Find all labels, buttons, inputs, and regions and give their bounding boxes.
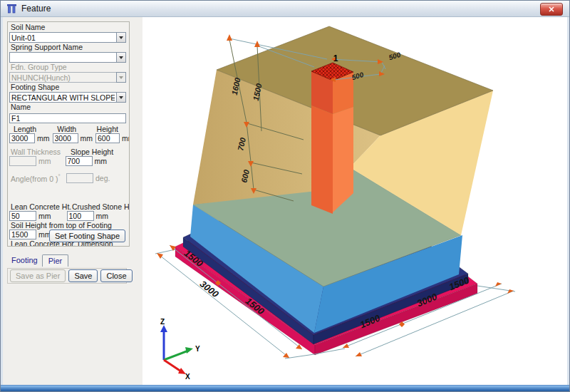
close-icon xyxy=(549,6,554,12)
spring-support-value[interactable] xyxy=(9,52,116,63)
angle-field xyxy=(66,173,93,183)
name-label: Name xyxy=(11,103,128,111)
soil-name-label: Soil Name xyxy=(11,24,128,31)
save-as-pier-button[interactable]: Save as Pier xyxy=(10,269,66,282)
chevron-down-icon xyxy=(119,76,123,79)
y-axis-arrow-icon xyxy=(185,347,193,354)
window-title: Feature xyxy=(21,4,51,14)
footing-shape-combo[interactable] xyxy=(9,92,126,103)
footing-form-panel: Soil Name Spring Support Name Fdn. Group… xyxy=(7,21,130,247)
soil-height-field[interactable] xyxy=(9,229,36,239)
chevron-down-icon xyxy=(119,96,123,99)
wall-thickness-label: Wall Thickness xyxy=(11,148,68,156)
crushed-stone-ht-label: Crushed Stone Ht. xyxy=(72,203,128,211)
spring-support-combo[interactable] xyxy=(9,52,126,63)
length-field[interactable] xyxy=(9,133,35,143)
tab-strip: Footing Pier xyxy=(9,254,68,267)
tab-pier[interactable]: Pier xyxy=(42,254,69,267)
name-field[interactable] xyxy=(9,113,126,123)
pier-column xyxy=(311,63,353,214)
soil-height-label: Soil Height from top of Footing xyxy=(11,222,128,229)
crushed-stone-ht-field[interactable] xyxy=(67,211,94,221)
z-axis-label: Z xyxy=(160,318,165,326)
spring-support-label: Spring Support Name xyxy=(11,43,128,51)
angle-unit: deg. xyxy=(95,174,110,182)
fdn-group-type-value xyxy=(9,72,116,83)
width-unit: mm xyxy=(81,134,93,143)
x-axis-label: X xyxy=(185,373,190,381)
height-field[interactable] xyxy=(95,133,120,143)
soil-name-value[interactable] xyxy=(9,32,116,43)
footing-shape-dropdown-button[interactable] xyxy=(116,92,126,103)
length-unit: mm xyxy=(37,134,50,143)
window-bottom-frame xyxy=(1,385,569,391)
lean-concrete-ht-field[interactable] xyxy=(9,211,36,221)
tab-footing[interactable]: Footing xyxy=(9,254,42,267)
spring-support-dropdown-button[interactable] xyxy=(116,52,126,63)
crushed-stone-ht-unit: mm xyxy=(96,212,109,220)
wall-thickness-unit: mm xyxy=(38,157,51,165)
lean-concrete-ht-label: Lean Concrete Ht. xyxy=(11,203,69,211)
fdn-group-type-dropdown-button xyxy=(116,72,126,83)
height-label: Height xyxy=(97,125,128,133)
fdn-group-type-combo xyxy=(9,72,126,83)
width-label: Width xyxy=(57,125,90,133)
footing-shape-label: Footing Shape xyxy=(11,83,128,91)
slope-height-field[interactable] xyxy=(66,156,93,166)
slope-height-unit: mm xyxy=(95,157,108,165)
axis-triad: Z Y X xyxy=(160,318,200,381)
close-button[interactable]: Close xyxy=(100,269,132,282)
action-button-group: Save as Pier Save Close xyxy=(7,268,127,284)
form-sidebar: Soil Name Spring Support Name Fdn. Group… xyxy=(3,17,143,386)
footing-3d-scene: 1600 1500 700 600 500 500 1 1500 3000 15… xyxy=(142,17,567,386)
set-footing-shape-button[interactable]: Set Footing Shape xyxy=(49,229,125,242)
save-button[interactable]: Save xyxy=(68,269,98,282)
chevron-down-icon xyxy=(119,56,123,59)
3d-viewport[interactable]: 1600 1500 700 600 500 500 1 1500 3000 15… xyxy=(142,17,567,386)
width-field[interactable] xyxy=(53,133,78,143)
close-window-button[interactable] xyxy=(540,3,563,16)
lean-concrete-ht-unit: mm xyxy=(38,212,51,220)
title-bar[interactable]: Feature xyxy=(1,1,569,17)
feature-window: Feature Soil Name Spring Support Name xyxy=(0,0,570,392)
chevron-down-icon xyxy=(119,36,123,39)
footing-shape-value[interactable] xyxy=(9,92,116,103)
length-label: Length xyxy=(14,125,50,133)
slope-height-label: Slope Height xyxy=(71,148,126,156)
fdn-group-type-label: Fdn. Group Type xyxy=(11,63,128,71)
z-axis-arrow-icon xyxy=(160,325,167,332)
angle-label: Angle(from 0 )° xyxy=(11,172,66,183)
soil-name-combo[interactable] xyxy=(9,32,126,43)
height-unit: mm xyxy=(122,134,130,143)
y-axis-label: Y xyxy=(195,345,200,353)
pier-number-label: 1 xyxy=(333,53,338,63)
wall-thickness-field xyxy=(9,156,36,166)
dialog-client-area: Soil Name Spring Support Name Fdn. Group… xyxy=(3,17,567,386)
feature-window-icon xyxy=(6,4,17,14)
soil-name-dropdown-button[interactable] xyxy=(116,32,126,43)
